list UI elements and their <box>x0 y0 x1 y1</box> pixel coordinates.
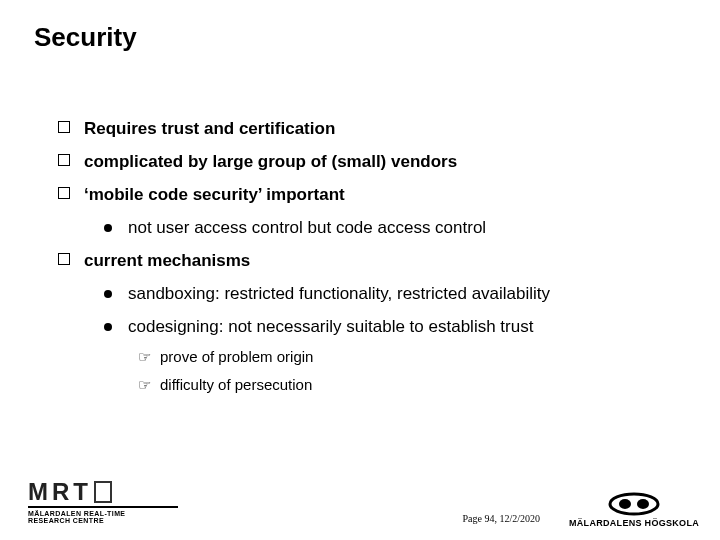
page-footer: Page 94, 12/2/2020 <box>463 513 541 524</box>
bullet-item: complicated by large group of (small) ve… <box>58 151 690 174</box>
slide-content: Requires trust and certification complic… <box>58 118 690 405</box>
bullet-item: current mechanisms sandboxing: restricte… <box>58 250 690 395</box>
bullet-item: difficulty of persecution <box>138 375 690 395</box>
mdh-logo-text: MÄLARDALENS HÖGSKOLA <box>554 518 714 528</box>
bullet-item: ‘mobile code security’ important not use… <box>58 184 690 240</box>
mrtc-subtitle: MÄLARDALEN REAL-TIME <box>28 510 178 517</box>
bullet-item: Requires trust and certification <box>58 118 690 141</box>
divider <box>28 506 178 508</box>
slide: Security Requires trust and certificatio… <box>0 0 720 540</box>
svg-point-0 <box>610 494 658 514</box>
mrtc-box-icon <box>94 481 112 503</box>
bullet-item: sandboxing: restricted functionality, re… <box>104 283 690 306</box>
bullet-list-level2: sandboxing: restricted functionality, re… <box>84 283 690 395</box>
bullet-list-level3: prove of problem origin difficulty of pe… <box>128 347 690 396</box>
svg-point-1 <box>619 499 631 509</box>
bullet-text: codesigning: not necessarily suitable to… <box>128 317 533 336</box>
bullet-list-level1: Requires trust and certification complic… <box>58 118 690 395</box>
bullet-list-level2: not user access control but code access … <box>84 217 690 240</box>
bullet-text: current mechanisms <box>84 251 250 270</box>
bullet-item: prove of problem origin <box>138 347 690 367</box>
bullet-text: ‘mobile code security’ important <box>84 185 345 204</box>
bullet-item: codesigning: not necessarily suitable to… <box>104 316 690 395</box>
mrtc-logo: MRT MÄLARDALEN REAL-TIME RESEARCH CENTRE <box>28 480 178 524</box>
svg-point-2 <box>637 499 649 509</box>
slide-title: Security <box>34 22 137 53</box>
mdh-mark-icon <box>607 492 661 516</box>
mdh-logo: MÄLARDALENS HÖGSKOLA <box>554 492 714 528</box>
bullet-item: not user access control but code access … <box>104 217 690 240</box>
mrtc-subtitle: RESEARCH CENTRE <box>28 517 178 524</box>
mrtc-logo-text: MRT <box>28 480 178 504</box>
